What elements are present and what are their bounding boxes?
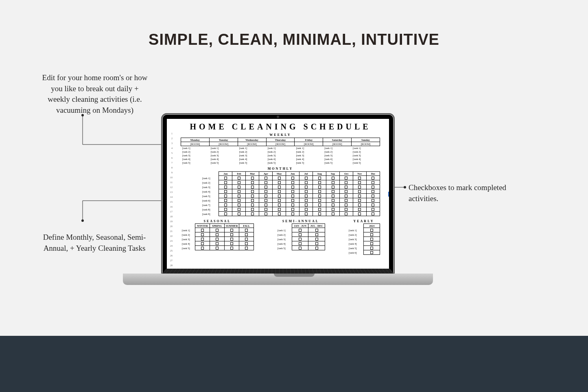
checkbox-cell[interactable] — [195, 241, 210, 246]
checkbox-cell[interactable] — [353, 198, 366, 203]
checkbox-cell[interactable] — [273, 212, 286, 216]
checkbox[interactable] — [372, 204, 374, 206]
weekly-task-cell[interactable]: [task 3] — [352, 153, 380, 157]
checkbox[interactable] — [278, 212, 281, 215]
checkbox-cell[interactable] — [364, 228, 380, 232]
task-label[interactable]: [task 3] — [201, 185, 219, 189]
checkbox-cell[interactable] — [308, 232, 325, 237]
checkbox[interactable] — [345, 212, 348, 215]
checkbox-cell[interactable] — [308, 246, 325, 250]
checkbox[interactable] — [264, 212, 267, 215]
checkbox-cell[interactable] — [232, 198, 246, 203]
checkbox-cell[interactable] — [286, 198, 299, 203]
checkbox-cell[interactable] — [313, 198, 326, 203]
checkbox[interactable] — [238, 212, 240, 215]
task-label[interactable]: [task 5] — [348, 246, 364, 250]
checkbox[interactable] — [264, 190, 267, 193]
checkbox[interactable] — [238, 199, 240, 202]
checkbox[interactable] — [305, 212, 308, 215]
checkbox[interactable] — [291, 177, 294, 180]
checkbox[interactable] — [238, 186, 240, 188]
checkbox-cell[interactable] — [232, 212, 246, 216]
checkbox-cell[interactable] — [326, 212, 340, 216]
checkbox-cell[interactable] — [219, 203, 232, 207]
checkbox-cell[interactable] — [292, 241, 308, 246]
checkbox-cell[interactable] — [353, 180, 366, 185]
checkbox[interactable] — [332, 190, 334, 193]
checkbox-cell[interactable] — [210, 246, 224, 250]
checkbox-cell[interactable] — [299, 180, 313, 185]
checkbox[interactable] — [238, 181, 240, 184]
checkbox-cell[interactable] — [326, 176, 340, 180]
checkbox[interactable] — [305, 199, 308, 202]
checkbox[interactable] — [370, 251, 373, 254]
checkbox-cell[interactable] — [326, 207, 340, 212]
checkbox[interactable] — [216, 233, 219, 236]
checkbox-cell[interactable] — [286, 176, 299, 180]
checkbox-cell[interactable] — [340, 189, 353, 194]
checkbox[interactable] — [358, 181, 361, 184]
checkbox[interactable] — [238, 177, 240, 180]
checkbox[interactable] — [251, 208, 254, 211]
checkbox[interactable] — [332, 212, 334, 215]
checkbox[interactable] — [264, 181, 267, 184]
checkbox-cell[interactable] — [219, 212, 232, 216]
checkbox[interactable] — [224, 186, 227, 188]
checkbox-cell[interactable] — [326, 198, 340, 203]
checkbox[interactable] — [358, 190, 361, 193]
checkbox[interactable] — [299, 233, 302, 236]
checkbox[interactable] — [345, 186, 348, 188]
checkbox-cell[interactable] — [366, 207, 380, 212]
checkbox-cell[interactable] — [340, 203, 353, 207]
checkbox-cell[interactable] — [340, 185, 353, 189]
checkbox-cell[interactable] — [286, 194, 299, 198]
checkbox-cell[interactable] — [313, 180, 326, 185]
task-label[interactable]: [task 2] — [181, 232, 195, 237]
weekly-task-cell[interactable]: [task 2] — [323, 150, 352, 153]
checkbox-cell[interactable] — [326, 203, 340, 207]
checkbox[interactable] — [245, 238, 248, 241]
checkbox[interactable] — [305, 181, 308, 184]
checkbox-cell[interactable] — [219, 180, 232, 185]
checkbox-cell[interactable] — [210, 241, 224, 246]
checkbox[interactable] — [372, 186, 374, 188]
task-label[interactable]: [task 3] — [276, 237, 292, 241]
checkbox-cell[interactable] — [224, 241, 239, 246]
checkbox-cell[interactable] — [364, 237, 380, 241]
weekly-room-cell[interactable]: [ROOM] — [181, 142, 210, 146]
checkbox[interactable] — [318, 212, 321, 215]
checkbox[interactable] — [305, 186, 308, 188]
checkbox-cell[interactable] — [273, 176, 286, 180]
weekly-task-cell[interactable]: [task 1] — [295, 146, 323, 150]
checkbox-cell[interactable] — [219, 198, 232, 203]
checkbox[interactable] — [251, 212, 254, 215]
checkbox[interactable] — [345, 190, 348, 193]
checkbox[interactable] — [264, 208, 267, 211]
checkbox-cell[interactable] — [313, 207, 326, 212]
weekly-room-cell[interactable]: [ROOM] — [238, 142, 266, 146]
checkbox[interactable] — [251, 186, 254, 188]
weekly-room-cell[interactable]: [ROOM] — [295, 142, 323, 146]
checkbox[interactable] — [251, 195, 254, 197]
checkbox[interactable] — [251, 177, 254, 180]
checkbox-cell[interactable] — [308, 241, 325, 246]
checkbox[interactable] — [238, 208, 240, 211]
weekly-task-cell[interactable]: [task 1] — [238, 146, 266, 150]
checkbox-cell[interactable] — [232, 185, 246, 189]
checkbox[interactable] — [291, 199, 294, 202]
task-label[interactable]: [task 5] — [201, 194, 219, 198]
checkbox[interactable] — [201, 238, 204, 241]
checkbox-cell[interactable] — [219, 194, 232, 198]
checkbox-cell[interactable] — [299, 207, 313, 212]
checkbox[interactable] — [224, 208, 227, 211]
checkbox[interactable] — [278, 195, 281, 197]
weekly-task-cell[interactable]: [task 1] — [323, 146, 352, 150]
task-label[interactable]: [task 7] — [201, 203, 219, 207]
checkbox-cell[interactable] — [224, 228, 239, 232]
checkbox-cell[interactable] — [326, 185, 340, 189]
checkbox[interactable] — [318, 186, 321, 188]
checkbox[interactable] — [345, 199, 348, 202]
checkbox[interactable] — [251, 204, 254, 206]
checkbox[interactable] — [224, 204, 227, 206]
checkbox[interactable] — [230, 247, 233, 250]
